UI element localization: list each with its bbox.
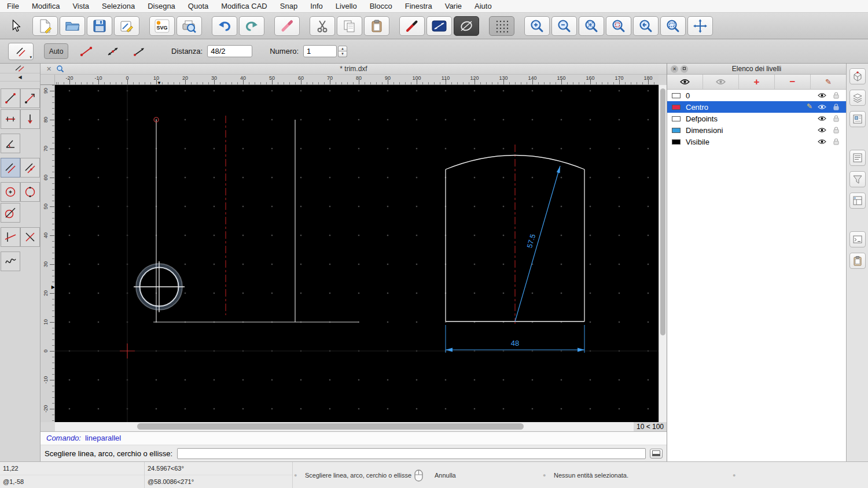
menu-vista[interactable]: Vista [72,2,89,10]
redo-button[interactable] [239,16,264,36]
undock-panel-icon[interactable] [681,65,688,73]
command-line-panel-icon[interactable] [849,231,866,247]
draw-pen-button[interactable] [399,16,425,36]
paste-button[interactable] [364,16,389,36]
grid-toggle-button[interactable] [489,16,514,36]
command-panel-toggle-button[interactable] [650,449,663,459]
zoom-previous-button[interactable] [633,16,659,36]
menu-seleziona[interactable]: Seleziona [102,2,135,10]
layer-row-visibile[interactable]: Visibile [667,136,846,147]
block-list-icon[interactable] [849,111,866,127]
reference-both-sides-button[interactable] [101,43,125,60]
clipboard-panel-icon[interactable] [849,253,866,269]
line-two-points-tool[interactable] [1,88,20,108]
centerlines[interactable] [226,116,515,324]
dimension-horizontal[interactable]: 48 [446,325,584,353]
menu-quota[interactable]: Quota [188,2,208,10]
menu-modifica[interactable]: Modifica [32,2,60,10]
circle-two-points-tool[interactable] [20,182,40,202]
menu-livello[interactable]: Livello [336,2,357,10]
layer-visibility-eye-icon[interactable] [818,104,826,110]
property-editor-icon[interactable] [849,68,866,84]
menu-snap[interactable]: Snap [280,2,297,10]
zoom-auto-button[interactable] [579,16,604,36]
print-preview-button[interactable] [176,16,202,36]
dimension-tool-button[interactable] [426,16,452,36]
menu-disegna[interactable]: Disegna [148,2,175,10]
menu-info[interactable]: Info [310,2,323,10]
vertical-scrollbar[interactable] [659,85,667,422]
command-input[interactable] [177,448,646,459]
circle-center-point-tool[interactable] [1,182,20,202]
delete-entity-button[interactable] [274,16,300,36]
layer-list-icon[interactable] [849,90,866,106]
layer-visibility-eye-icon[interactable] [818,93,826,98]
drawing-canvas[interactable]: 57.5 48 [55,85,659,422]
layer-row-dimensioni[interactable]: Dimensioni [667,124,846,136]
stepper-up-button[interactable]: ▲ [338,46,347,51]
zoom-in-button[interactable] [524,16,550,36]
menu-file[interactable]: File [7,2,19,10]
menu-finestra[interactable]: Finestra [405,2,432,10]
add-layer-button[interactable]: + [739,75,775,89]
zoom-selection-button[interactable] [606,16,631,36]
line-angle-point-tool[interactable] [20,88,40,108]
palette-current-tool[interactable] [0,64,40,73]
dimension-diagonal[interactable]: 57.5 [515,166,560,321]
show-all-layers-button[interactable] [667,75,703,89]
hide-all-layers-button[interactable] [703,75,739,89]
number-input[interactable] [303,45,337,57]
auto-snap-button[interactable]: Auto [44,43,68,59]
selection-filter-icon[interactable] [849,171,866,187]
pan-button[interactable] [687,16,713,36]
zoom-out-button[interactable] [551,16,577,36]
line-horizontal-tool[interactable] [1,109,20,129]
close-panel-icon[interactable]: ✕ [671,65,678,73]
layer-lock-icon[interactable] [833,127,839,134]
trim-tool[interactable] [1,227,20,247]
layer-visibility-eye-icon[interactable] [818,139,826,145]
cut-button[interactable] [310,16,335,36]
line-angle-tool[interactable] [1,134,20,153]
vertical-scrollbar-thumb[interactable] [660,88,665,335]
menu-aiuto[interactable]: Aiuto [475,2,492,10]
menu-modifica-cad[interactable]: Modifica CAD [221,2,267,10]
undo-button[interactable] [212,16,237,36]
circle-tangent-tool[interactable] [1,203,20,223]
drawing-lines[interactable] [153,120,359,322]
line-parallel-tool[interactable] [1,158,20,178]
remove-layer-button[interactable]: − [775,75,811,89]
layer-lock-icon[interactable] [833,138,839,145]
new-file-button[interactable] [32,16,58,36]
reference-free-positioning-button[interactable] [74,43,98,60]
save-button[interactable] [87,16,112,36]
horizontal-scrollbar-thumb[interactable] [137,423,524,430]
library-browser-icon[interactable] [849,193,866,209]
layer-row-defpoints[interactable]: Defpoints [667,113,846,124]
menu-varie[interactable]: Varie [445,2,462,10]
view-list-icon[interactable] [849,150,866,166]
line-vertical-tool[interactable] [20,109,40,129]
zoom-window-button[interactable] [660,16,686,36]
stepper-down-button[interactable]: ▼ [338,51,347,57]
edit-drawing-preferences-button[interactable] [114,16,139,36]
copy-button[interactable] [337,16,362,36]
layer-visibility-eye-icon[interactable] [818,116,826,121]
layer-lock-icon[interactable] [833,115,839,122]
layer-row-0[interactable]: 0 [667,90,846,101]
reference-single-side-button[interactable] [127,43,152,60]
distance-input[interactable] [207,45,252,57]
layer-row-centro[interactable]: Centro ✎ [667,101,846,113]
freehand-line-tool[interactable] [1,252,20,271]
svg-export-button[interactable]: SVG [149,16,175,36]
horizontal-scrollbar[interactable] [55,422,634,431]
selection-cursor-icon[interactable] [7,19,24,33]
line-parallel-through-point-tool[interactable] [20,158,40,178]
edit-layer-button[interactable]: ✎ [811,75,846,89]
current-tool-dropdown[interactable]: ▾ [8,43,34,60]
layer-lock-icon[interactable] [833,92,839,99]
open-file-button[interactable] [60,16,85,36]
layer-visibility-eye-icon[interactable] [818,127,826,133]
menu-blocco[interactable]: Blocco [370,2,392,10]
trim-two-entities-tool[interactable] [20,227,40,247]
